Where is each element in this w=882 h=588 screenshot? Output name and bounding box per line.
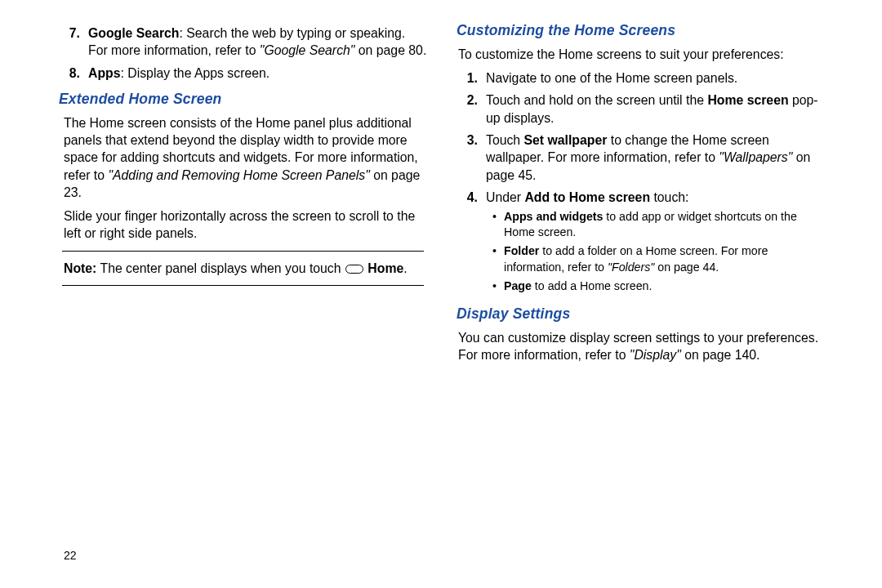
crossref-folders: "Folders"	[608, 261, 654, 274]
term-page: Page	[504, 279, 532, 292]
bullet-icon: •	[492, 209, 504, 240]
list-number: 2.	[457, 91, 486, 127]
term-folder: Folder	[504, 244, 539, 257]
term-home-screen: Home screen	[707, 93, 788, 107]
list-body: Google Search: Search the web by typing …	[88, 24, 427, 60]
bullet-folder: • Folder to add a folder on a Home scree…	[486, 243, 825, 274]
text: to add a Home screen.	[532, 279, 652, 292]
list-item-1: 1. Navigate to one of the Home screen pa…	[457, 69, 825, 87]
list-number: 4.	[457, 189, 486, 296]
list-body: Touch and hold on the screen until the H…	[486, 91, 825, 127]
bullet-icon: •	[492, 278, 504, 294]
crossref-google-search: "Google Search"	[260, 43, 355, 57]
heading-display-settings: Display Settings	[457, 305, 825, 324]
paragraph: To customize the Home screens to suit yo…	[457, 46, 825, 63]
crossref-panels: "Adding and Removing Home Screen Panels"	[108, 168, 369, 182]
list-item-8: 8. Apps: Display the Apps screen.	[59, 65, 427, 82]
term-apps: Apps	[88, 66, 121, 80]
divider	[62, 285, 424, 286]
list-item-7: 7. Google Search: Search the web by typi…	[59, 24, 427, 60]
text: The center panel displays when you touch	[96, 261, 345, 275]
right-column: Customizing the Home Screens To customiz…	[445, 21, 849, 588]
term-google-search: Google Search	[88, 26, 180, 40]
text: .	[403, 261, 407, 275]
text: Touch	[486, 133, 524, 147]
list-body: Touch Set wallpaper to change the Home s…	[486, 131, 825, 184]
list-item-4: 4. Under Add to Home screen touch: • App…	[457, 189, 825, 296]
text: on page 140.	[681, 348, 760, 362]
bullet-text: Apps and widgets to add app or widget sh…	[504, 209, 825, 240]
list-item-2: 2. Touch and hold on the screen until th…	[457, 91, 825, 127]
text: on page 44.	[654, 261, 719, 274]
bullet-icon: •	[492, 243, 504, 274]
text: Touch and hold on the screen until the	[486, 93, 707, 107]
text: touch:	[650, 190, 688, 204]
bullet-apps-widgets: • Apps and widgets to add app or widget …	[486, 209, 825, 240]
paragraph: You can customize display screen setting…	[457, 329, 825, 364]
term-add-to-home-screen: Add to Home screen	[524, 190, 650, 204]
crossref-wallpapers: "Wallpapers"	[719, 150, 792, 164]
text: : Display the Apps screen.	[121, 66, 270, 80]
home-button-icon	[345, 265, 363, 274]
bullet-text: Folder to add a folder on a Home screen.…	[504, 243, 825, 274]
list-body: Apps: Display the Apps screen.	[88, 65, 427, 82]
note: Note: The center panel displays when you…	[59, 260, 427, 277]
page-number: 22	[64, 548, 77, 564]
paragraph: Slide your finger horizontally across th…	[59, 207, 427, 243]
term-apps-and-widgets: Apps and widgets	[504, 210, 603, 223]
bullet-text: Page to add a Home screen.	[504, 278, 825, 294]
list-number: 8.	[59, 65, 88, 82]
heading-extended-home-screen: Extended Home Screen	[59, 90, 427, 109]
term-set-wallpaper: Set wallpaper	[524, 133, 608, 147]
list-number: 3.	[457, 131, 486, 184]
paragraph: The Home screen consists of the Home pan…	[59, 114, 427, 202]
home-label: Home	[364, 261, 403, 275]
list-body: Under Add to Home screen touch: • Apps a…	[486, 189, 825, 296]
list-body: Navigate to one of the Home screen panel…	[486, 69, 825, 87]
text: Under	[486, 190, 524, 204]
list-number: 1.	[457, 69, 486, 87]
heading-customizing-home-screens: Customizing the Home Screens	[457, 21, 825, 41]
list-item-3: 3. Touch Set wallpaper to change the Hom…	[457, 131, 825, 184]
left-column: 7. Google Search: Search the web by typi…	[33, 21, 445, 588]
text: on page 80.	[354, 43, 426, 57]
manual-page: 7. Google Search: Search the web by typi…	[0, 0, 882, 588]
list-number: 7.	[59, 24, 88, 60]
note-label: Note:	[64, 261, 96, 275]
divider	[62, 251, 424, 252]
crossref-display: "Display"	[630, 348, 681, 362]
bullet-page: • Page to add a Home screen.	[486, 278, 825, 294]
